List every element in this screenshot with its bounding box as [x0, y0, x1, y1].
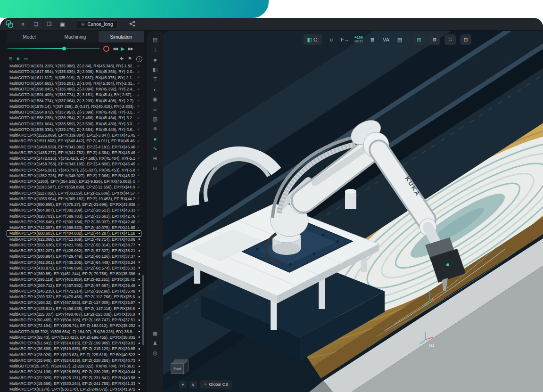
add-view-button[interactable]: +: [179, 381, 187, 388]
instruction-row[interactable]: MultiARC:EP:X(55.43), EP:Y(513.423), EP:…: [7, 335, 141, 340]
instruction-row[interactable]: MultiGOTO:X(1617.954), Y(335.639), Z(-2.…: [7, 69, 141, 74]
instruction-row[interactable]: MultiGOTO:X(1598.045), Y(336.486), Z(-3.…: [7, 86, 141, 92]
warning-icon[interactable]: !: [136, 56, 142, 62]
instruction-row[interactable]: MultiARC:EP:X(1193.507), EP:Y(358.899), …: [7, 184, 141, 190]
viewport-3d[interactable]: KUKA N1: [163, 31, 543, 392]
panel-icon[interactable]: ▥: [149, 114, 161, 124]
view-cube-front-face[interactable]: Front: [171, 363, 184, 374]
settings-button[interactable]: ⚙: [429, 34, 440, 45]
camera-icon[interactable]: ◎: [149, 348, 161, 358]
instruction-row[interactable]: MultiGOTO:X(25.347), Y(524.917), Z(-229.…: [7, 363, 141, 369]
variables-button[interactable]: VA: [381, 34, 391, 45]
instruction-row[interactable]: MultiARC:EP:X(1352.726), EP:Y(348.927), …: [7, 173, 141, 179]
instruction-row[interactable]: MultiARC:EP:X(269.712), EP:Y(467.582), E…: [7, 283, 141, 288]
instruction-row[interactable]: MultiARC:EP:X(36.898), EP:Y(519.835), EP…: [7, 346, 141, 351]
instruction-row[interactable]: MultiARC:EP:X(795.648), EP:Y(393.184), E…: [7, 219, 141, 225]
cylinder-part[interactable]: [345, 189, 356, 209]
instruction-row[interactable]: MultiARC:EP:X(1458.758), EP:Y(343.105), …: [7, 161, 141, 167]
instruction-row[interactable]: MultiARC:EP:X(1525.069), EP:Y(339.804), …: [7, 132, 141, 138]
view-dropdown-button[interactable]: ∨: [189, 381, 197, 388]
spindle-icon[interactable]: ⊥: [149, 45, 161, 55]
instruction-row[interactable]: MultiARC:EP:X(90.465), EP:Y(504.108), EP…: [7, 317, 141, 323]
operator-icon[interactable]: ♟: [149, 338, 161, 348]
fast-forward-button[interactable]: ▶▶: [128, 47, 133, 51]
instruction-row[interactable]: MultiARC:EP:X(828.701), EP:Y(389.783), E…: [7, 213, 141, 219]
tool-frame-button[interactable]: ◧ C:: [304, 34, 322, 45]
machine-icon[interactable]: ▤: [149, 35, 161, 45]
instruction-row[interactable]: MultiGOTO:X(1591.409), Y(336.774), Z(-3.…: [7, 92, 141, 98]
instruction-row[interactable]: MultiARC:EP:X(72.194), EP:Y(508.71), EP:…: [7, 323, 141, 328]
coolant-icon[interactable]: ❄: [149, 124, 161, 134]
instruction-row[interactable]: MultiARC:EP:X(22.929), EP:Y(526.131), EP…: [7, 375, 141, 381]
filter-icon[interactable]: ≔: [24, 57, 28, 61]
snap-magnet-button[interactable]: ∪: [327, 34, 336, 45]
instruction-row[interactable]: MultiARC:EP:X(980.995), EP:Y(375.27), EP…: [7, 202, 141, 207]
instruction-row[interactable]: MultiARC:EP:X(1511.803), EP:Y(340.442), …: [7, 138, 141, 144]
spline-icon[interactable]: ∿: [149, 144, 161, 154]
instruction-row[interactable]: MultiARC:EP:X(246.235), EP:Y(472.214), E…: [7, 288, 141, 294]
instruction-row[interactable]: MultiGOTO:X(1558.238), Y(338.254), Z(-3.…: [7, 115, 141, 121]
instruction-row[interactable]: MultiGOTO:X(1604.681), Y(336.201), Z(-3.…: [7, 81, 141, 86]
instruction-row[interactable]: MultiARC:EP:X(209.332), EP:Y(479.466), E…: [7, 294, 141, 300]
mesh-icon[interactable]: ⊞: [149, 154, 161, 163]
instruction-row[interactable]: MultiARC:EP:X(295.119), EP:Y(462.859), E…: [7, 277, 141, 282]
isometric-icon[interactable]: ▦: [149, 328, 161, 338]
grid-view-button[interactable]: ⊞: [413, 34, 425, 45]
collapse-tree-icon[interactable]: ≡: [16, 57, 19, 61]
instruction-row[interactable]: MultiGOTO:X(68.702), Y(509.664), Z(-184.…: [7, 329, 141, 335]
instruction-row[interactable]: MultiARC:EP:X(622.069), EP:Y(412.989), E…: [7, 237, 141, 242]
shading-icon[interactable]: ◐: [149, 84, 161, 94]
rewind-button[interactable]: ◀◀: [113, 47, 117, 51]
speed-override-indicator[interactable]: +100 MGT2: [354, 34, 363, 45]
list-scrollbar[interactable]: [142, 275, 144, 345]
machine-view-button[interactable]: ▤: [395, 34, 404, 45]
tab-simulation[interactable]: Simulation: [99, 31, 144, 42]
add-icon[interactable]: ✚: [120, 57, 123, 61]
open-file-button[interactable]: ❒: [46, 22, 53, 27]
instruction-row[interactable]: MultiGOTO:X(1551.604), Y(338.559), Z(-3.…: [7, 121, 141, 127]
instruction-row[interactable]: MultiARC:EP:X(24.196), EP:Y(525.555), EP…: [7, 369, 141, 375]
instruction-row[interactable]: MultiARC:EP:X(688.603), EP:Y(404.882), E…: [7, 230, 141, 236]
save-file-button[interactable]: ▣: [59, 22, 66, 27]
tab-model[interactable]: Model: [7, 31, 52, 42]
workplane-icon[interactable]: ⊡: [149, 163, 161, 173]
filters-button[interactable]: ≣: [368, 34, 377, 45]
instruction-row[interactable]: MultiGOTO:X(1584.774), Y(337.064), Z(-3.…: [7, 98, 141, 104]
instruction-row[interactable]: MultiARC:EP:X(500.984), EP:Y(429.449), E…: [7, 253, 141, 259]
instruction-row[interactable]: MultiGOTO:X(1578.14), Y(337.358), Z(-3.2…: [7, 104, 141, 109]
instruction-row[interactable]: MultiARC:EP:X(360.85), EP:Y(451.244), EP…: [7, 271, 141, 277]
new-file-button[interactable]: ❏: [33, 22, 40, 27]
instruction-row[interactable]: MultiARC:EP:X(1445.501), Y(343.797), Z(-…: [7, 167, 141, 173]
part-icon[interactable]: ◧: [149, 65, 161, 74]
play-button[interactable]: ▶: [121, 46, 124, 52]
instruction-row[interactable]: MultiARC:EP:X(28.026), EP:Y(523.63), EP:…: [7, 352, 141, 358]
instruction-row[interactable]: MultiGOTO:X(1538.336), Y(339.176), Z(-3.…: [7, 127, 141, 132]
share-button[interactable]: [129, 21, 136, 28]
tab-machining[interactable]: Machining: [52, 31, 98, 42]
point-icon[interactable]: ●: [149, 134, 161, 144]
flag-icon[interactable]: ⚑: [128, 57, 132, 61]
instruction-row[interactable]: MultiARC:EP:X(25.945), EP:Y(524.619), EP…: [7, 358, 141, 363]
instruction-row[interactable]: MultiARC:EP:X(115.307), EP:Y(498.467), E…: [7, 311, 141, 317]
instruction-row[interactable]: MultiARC:EP:X(168.32), EP:Y(487.563), EP…: [7, 300, 141, 305]
coordinate-system-selector[interactable]: + Global CS: [200, 380, 232, 389]
slider-knob[interactable]: [62, 47, 66, 50]
instruction-row[interactable]: MultiARC:EP:X(15.566), EP:Y(530.244), EP…: [7, 381, 141, 386]
probe-icon[interactable]: ◉: [149, 94, 161, 104]
main-menu-button[interactable]: ≡: [19, 22, 26, 27]
display-options-button[interactable]: ∷: [444, 34, 456, 45]
instruction-row[interactable]: MultiARC:EP:X(1472.016), Y(342.423), Z(-…: [7, 155, 141, 161]
fixture-icon[interactable]: ⊤: [149, 74, 161, 84]
instruction-row[interactable]: MultiARC:EP:X(51.641), EP:Y(514.615), EP…: [7, 340, 141, 346]
stock-icon[interactable]: ■: [149, 55, 161, 65]
instruction-row[interactable]: MultiARC:EP:X(125.812), EP:Y(496.235), E…: [7, 306, 141, 311]
instruction-row[interactable]: MultiARC:EP:X(904.807), EP:Y(382.209), E…: [7, 207, 141, 213]
stop-record-button[interactable]: [103, 46, 109, 52]
document-tab[interactable]: ⊞ Canoe_long: [76, 20, 118, 28]
instruction-row[interactable]: MultiARC:EP:X(742.097), EP:Y(398.833), E…: [7, 225, 141, 230]
feed-button[interactable]: F→: [340, 34, 350, 45]
fullscreen-button[interactable]: ⊡: [460, 34, 471, 45]
instruction-row[interactable]: MultiGOTO:X(1631.228), Y(335.088), Z(-2.…: [7, 63, 141, 69]
view-cube[interactable]: Front: [169, 357, 189, 376]
instruction-row[interactable]: MultiARC:EP:X(532.207), EP:Y(425.062), E…: [7, 248, 141, 253]
